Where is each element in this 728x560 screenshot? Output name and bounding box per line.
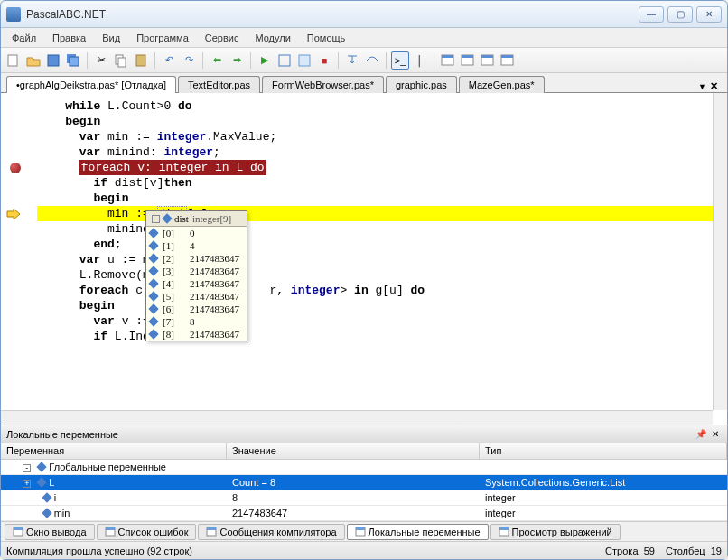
window-4-icon[interactable] [499,51,517,70]
field-icon [148,329,158,339]
menu-6[interactable]: Помощь [300,30,353,46]
debug-tooltip[interactable]: − dist integer[9] [0]0[1]4[2]2147483647[… [145,210,247,341]
code-line[interactable]: while L.Count>0 do [37,98,727,114]
expand-icon[interactable]: - [23,464,31,472]
save-all-icon[interactable] [64,51,82,70]
tooltip-row[interactable]: [5]2147483647 [146,290,247,303]
menu-0[interactable]: Файл [5,30,43,46]
bottom-tab-3[interactable]: Локальные переменные [347,524,489,540]
paste-icon[interactable] [132,51,150,70]
app-icon [6,7,21,22]
tab-2[interactable]: FormWebBrowser.pas* [262,76,384,93]
tooltip-row[interactable]: [2]2147483647 [146,252,247,265]
build-icon[interactable] [295,51,313,70]
field-icon [37,477,47,487]
tab-close-icon[interactable]: ✕ [710,80,718,92]
code-line[interactable]: foreach v: integer in L do [37,160,727,175]
nav-back-icon[interactable]: ⬅ [208,51,226,70]
bottom-tab-2[interactable]: Сообщения компилятора [198,524,344,540]
code-line[interactable]: var min := integer.MaxValue; [37,129,727,145]
bottom-tab-4[interactable]: Просмотр выражений [490,524,621,540]
code-line[interactable]: begin [37,114,727,129]
copy-icon[interactable] [112,51,130,70]
field-icon [162,213,172,223]
menu-3[interactable]: Программа [129,30,196,46]
bottom-tab-1[interactable]: Список ошибок [97,524,197,540]
tooltip-row[interactable]: [1]4 [146,239,247,252]
pin-icon[interactable]: 📌 [695,428,707,441]
locals-row[interactable]: min2147483647integer [1,506,727,521]
horizontal-scrollbar[interactable] [1,410,713,425]
tooltip-row[interactable]: [8]2147483647 [146,328,247,341]
terminal-icon[interactable]: >_ [391,51,409,70]
nav-fwd-icon[interactable]: ➡ [228,51,246,70]
code-editor[interactable]: while L.Count>0 do begin var min := inte… [1,93,727,425]
compile-icon[interactable] [275,51,294,70]
code-line[interactable]: end; [37,237,727,252]
col-type[interactable]: Тип [480,443,727,459]
svg-rect-0 [8,55,17,66]
locals-row[interactable]: -Глобальные переменные [1,460,727,475]
window-buttons: — ▢ ✕ [639,6,722,23]
window-1-icon[interactable] [439,51,457,70]
cut-icon[interactable]: ✂ [92,51,110,70]
code-line[interactable]: if dist[v]then [37,175,727,191]
stop-icon[interactable]: ■ [315,51,333,70]
step-into-icon[interactable] [343,51,361,70]
tooltip-row[interactable]: [3]2147483647 [146,265,247,277]
code-line[interactable]: L.Remove(mini [37,267,727,283]
save-icon[interactable] [44,51,62,70]
code-line[interactable]: begin [37,298,727,313]
code-line[interactable]: var v := c. [37,313,727,329]
locals-row[interactable]: i8integer [1,490,727,506]
toolbar: ✂ ↶ ↷ ⬅ ➡ ▶ ■ >_ │ [1,48,727,73]
step-over-icon[interactable] [363,51,381,70]
field-icon [148,316,158,326]
col-variable[interactable]: Переменная [1,443,227,459]
tab-0[interactable]: •graphAlgDeikstra.pas* [Отладка] [6,76,176,93]
undo-icon[interactable]: ↶ [160,51,178,70]
tab-1[interactable]: TextEditor.pas [178,76,260,93]
svg-rect-8 [299,55,310,66]
titlebar[interactable]: PascalABC.NET — ▢ ✕ [1,1,727,28]
field-icon [42,508,51,518]
tab-3[interactable]: graphic.pas [386,76,457,93]
status-message: Компиляция прошла успешно (92 строк) [6,546,192,556]
tooltip-row[interactable]: [6]2147483647 [146,303,247,315]
collapse-icon[interactable]: − [152,215,160,223]
code-line[interactable]: minind [37,221,727,237]
open-icon[interactable] [24,51,42,70]
redo-icon[interactable]: ↷ [180,51,198,70]
menu-4[interactable]: Сервис [198,30,247,46]
code-line[interactable]: min := dist[v]; [37,206,727,221]
code-line[interactable]: var u := mini [37,252,727,267]
menu-2[interactable]: Вид [95,30,127,46]
window-2-icon[interactable] [459,51,477,70]
new-file-icon[interactable] [5,51,23,70]
tooltip-row[interactable]: [4]2147483647 [146,277,247,290]
code-line[interactable]: begin [37,191,727,206]
locals-row[interactable]: +LCount = 8System.Collections.Generic.Li… [1,475,727,490]
run-icon[interactable]: ▶ [256,51,274,70]
vertical-scrollbar[interactable] [713,93,727,410]
tooltip-row[interactable]: [7]8 [146,315,247,328]
window-title: PascalABC.NET [26,8,639,21]
locals-panel: Локальные переменные 📌 ✕ Переменная Знач… [1,425,727,521]
code-line[interactable]: var minind: integer; [37,145,727,160]
code-line[interactable]: if L.IndexO [37,329,727,344]
tooltip-row[interactable]: [0]0 [146,227,247,239]
menu-5[interactable]: Модули [247,30,297,46]
close-button[interactable]: ✕ [696,6,722,23]
window-3-icon[interactable] [479,51,497,70]
col-value[interactable]: Значение [227,443,480,459]
panel-close-icon[interactable]: ✕ [709,428,722,441]
tab-4[interactable]: MazeGen.pas* [459,76,545,93]
bottom-tab-0[interactable]: Окно вывода [5,524,95,540]
maximize-button[interactable]: ▢ [667,6,693,23]
menu-1[interactable]: Правка [45,30,93,46]
minimize-button[interactable]: — [639,6,664,23]
code-line[interactable]: foreach c: Ke r, integer> in g[u] do [37,283,727,298]
cursor-icon[interactable]: │ [411,51,429,70]
tab-dropdown-icon[interactable]: ▼ [698,82,706,91]
expand-icon[interactable]: + [23,480,31,488]
